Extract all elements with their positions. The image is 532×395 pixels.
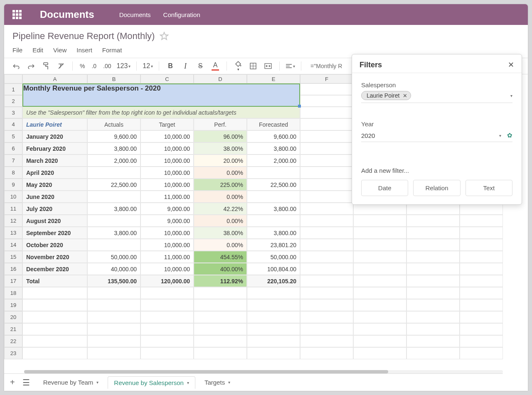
empty-cell[interactable]	[300, 83, 353, 95]
actuals-cell[interactable]	[87, 191, 140, 203]
row-header[interactable]: 1	[4, 83, 22, 95]
all-sheets-icon[interactable]: ☰	[22, 378, 30, 388]
empty-cell[interactable]	[300, 142, 353, 155]
nav-configuration[interactable]: Configuration	[163, 11, 200, 18]
total-target-cell[interactable]: 120,000.00	[140, 275, 194, 287]
month-cell[interactable]: August 2020	[22, 215, 87, 227]
empty-cell[interactable]	[406, 323, 460, 335]
empty-cell[interactable]	[247, 299, 300, 311]
salesperson-filter-input[interactable]: Laurie Poiret ✕ ▾	[361, 91, 512, 103]
empty-cell[interactable]	[194, 347, 247, 359]
empty-cell[interactable]	[406, 335, 460, 347]
target-cell[interactable]: 10,000.00	[140, 167, 194, 179]
caret-down-icon[interactable]: ▾	[96, 380, 99, 385]
forecast-cell[interactable]: 3,800.00	[247, 142, 300, 155]
empty-cell[interactable]	[247, 323, 300, 335]
empty-cell[interactable]	[194, 299, 247, 311]
row-header[interactable]: 3	[4, 107, 22, 118]
actuals-cell[interactable]: 3,800.00	[87, 142, 140, 155]
column-header[interactable]: A	[22, 74, 87, 83]
row-header[interactable]: 6	[4, 142, 22, 155]
empty-cell[interactable]	[300, 227, 353, 239]
empty-cell[interactable]	[353, 311, 406, 323]
empty-cell[interactable]	[460, 275, 503, 287]
row-header[interactable]: 15	[4, 251, 22, 263]
perf-cell[interactable]: 0.00%	[194, 239, 247, 251]
row-header[interactable]: 21	[4, 323, 22, 335]
empty-cell[interactable]	[300, 191, 353, 203]
empty-cell[interactable]	[353, 275, 406, 287]
actuals-cell[interactable]: 22,500.00	[87, 179, 140, 191]
add-text-filter-button[interactable]: Text	[466, 180, 512, 196]
column-label-cell[interactable]: Target	[140, 118, 194, 130]
menu-file[interactable]: File	[12, 47, 22, 54]
forecast-cell[interactable]: 3,800.00	[247, 227, 300, 239]
caret-down-icon[interactable]: ▾	[499, 133, 501, 138]
empty-cell[interactable]	[460, 299, 503, 311]
empty-cell[interactable]	[194, 287, 247, 299]
decrease-decimal-button[interactable]: .0	[90, 63, 98, 69]
row-header[interactable]: 10	[4, 191, 22, 203]
row-header[interactable]: 23	[4, 347, 22, 359]
target-cell[interactable]: 9,000.00	[140, 203, 194, 215]
target-cell[interactable]: 10,000.00	[140, 179, 194, 191]
doc-title[interactable]: Pipeline Revenue Report (Monthly)	[12, 31, 155, 42]
row-header[interactable]: 8	[4, 167, 22, 179]
perf-cell[interactable]: 38.00%	[194, 142, 247, 155]
forecast-cell[interactable]: 23,801.20	[247, 239, 300, 251]
actuals-cell[interactable]: 3,800.00	[87, 203, 140, 215]
empty-cell[interactable]	[300, 215, 353, 227]
month-cell[interactable]: February 2020	[22, 142, 87, 155]
bold-button[interactable]: B	[165, 61, 176, 71]
text-color-button[interactable]: A	[210, 61, 221, 71]
column-header[interactable]: E	[247, 74, 300, 83]
total-actuals-cell[interactable]: 135,500.00	[87, 275, 140, 287]
row-header[interactable]: 13	[4, 227, 22, 239]
empty-cell[interactable]	[353, 299, 406, 311]
empty-cell[interactable]	[406, 299, 460, 311]
italic-button[interactable]: I	[180, 61, 191, 71]
empty-cell[interactable]	[247, 347, 300, 359]
empty-cell[interactable]	[300, 263, 353, 275]
forecast-cell[interactable]: 100,804.00	[247, 263, 300, 275]
sheet-tab[interactable]: Targets▾	[199, 376, 236, 389]
menu-edit[interactable]: Edit	[32, 47, 43, 54]
column-label-cell[interactable]: Actuals	[87, 118, 140, 130]
column-label-cell[interactable]: Forecasted	[247, 118, 300, 130]
month-cell[interactable]: September 2020	[22, 227, 87, 239]
forecast-cell[interactable]: 50,000.00	[247, 251, 300, 263]
borders-button[interactable]	[248, 61, 259, 71]
perf-cell[interactable]: 38.00%	[194, 227, 247, 239]
total-forecast-cell[interactable]: 220,105.20	[247, 275, 300, 287]
perf-cell[interactable]: 225.00%	[194, 179, 247, 191]
empty-cell[interactable]	[87, 299, 140, 311]
number-format-dropdown[interactable]: 123▾	[117, 62, 131, 70]
app-brand[interactable]: Documents	[40, 9, 94, 20]
empty-cell[interactable]	[460, 287, 503, 299]
percent-format-button[interactable]: %	[79, 63, 86, 69]
empty-cell[interactable]	[22, 335, 87, 347]
month-cell[interactable]: May 2020	[22, 179, 87, 191]
empty-cell[interactable]	[460, 347, 503, 359]
forecast-cell[interactable]: 2,000.00	[247, 155, 300, 167]
empty-cell[interactable]	[300, 299, 353, 311]
empty-cell[interactable]	[460, 251, 503, 263]
empty-cell[interactable]	[406, 287, 460, 299]
empty-cell[interactable]	[247, 335, 300, 347]
row-header[interactable]: 11	[4, 203, 22, 215]
row-header[interactable]: 9	[4, 179, 22, 191]
empty-cell[interactable]	[460, 263, 503, 275]
row-header[interactable]: 14	[4, 239, 22, 251]
empty-cell[interactable]	[194, 335, 247, 347]
empty-cell[interactable]	[22, 287, 87, 299]
target-cell[interactable]: 10,000.00	[140, 155, 194, 167]
font-size-dropdown[interactable]: 12▾	[143, 62, 153, 70]
menu-insert[interactable]: Insert	[76, 47, 92, 54]
column-header[interactable]: C	[140, 74, 194, 83]
empty-cell[interactable]	[300, 155, 353, 167]
total-label-cell[interactable]: Total	[22, 275, 87, 287]
row-header[interactable]: 2	[4, 95, 22, 107]
strike-button[interactable]: S	[195, 61, 206, 71]
row-header[interactable]: 5	[4, 130, 22, 142]
add-relation-filter-button[interactable]: Relation	[413, 180, 460, 196]
